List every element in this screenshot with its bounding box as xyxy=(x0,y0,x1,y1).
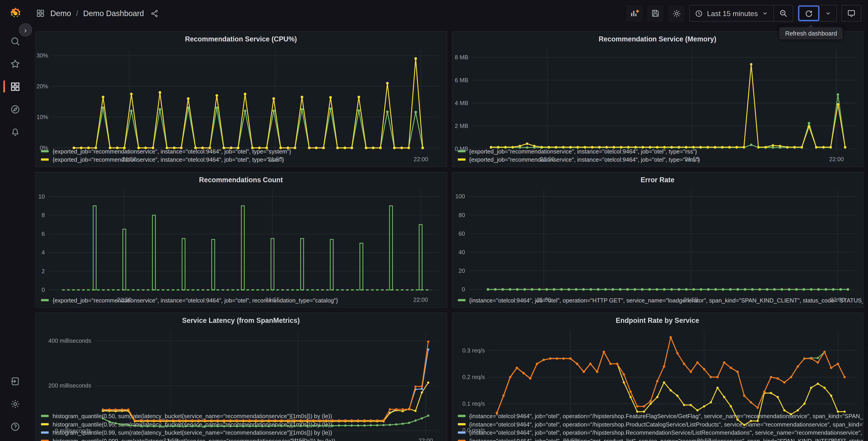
panel-title[interactable]: Error Rate xyxy=(452,173,863,187)
svg-text:0 milliseconds: 0 milliseconds xyxy=(55,428,91,434)
help-icon xyxy=(10,421,20,432)
breadcrumb-section[interactable]: Demo xyxy=(51,9,71,18)
svg-text:6: 6 xyxy=(42,231,45,237)
svg-text:8 MB: 8 MB xyxy=(455,54,468,60)
compass-icon xyxy=(10,104,20,114)
sidebar-item-dashboards[interactable] xyxy=(0,80,31,93)
svg-text:21:50: 21:50 xyxy=(540,156,554,162)
svg-text:22:00: 22:00 xyxy=(413,297,428,303)
refresh-interval-dropdown[interactable] xyxy=(819,5,837,21)
share-icon[interactable] xyxy=(151,9,159,18)
svg-text:10%: 10% xyxy=(36,114,48,120)
svg-text:400 milliseconds: 400 milliseconds xyxy=(49,337,91,344)
svg-text:0.0 req/s: 0.0 req/s xyxy=(462,427,485,433)
time-range-group: Last 15 minutes xyxy=(689,5,793,22)
grafana-logo[interactable] xyxy=(0,6,31,20)
chart-canvas[interactable]: 02040608010021:5021:5522:00 xyxy=(452,186,863,296)
svg-text:21:50: 21:50 xyxy=(122,156,136,162)
panel-service-latency: Service Latency (from SpanMetrics) 0 mil… xyxy=(35,313,447,441)
sidebar-item-starred[interactable] xyxy=(0,57,31,70)
dashboards-icon xyxy=(10,81,20,91)
kiosk-mode-button[interactable] xyxy=(842,5,861,21)
breadcrumb-page[interactable]: Demo Dashboard xyxy=(83,9,144,18)
sidebar xyxy=(0,27,31,441)
expand-sidebar-button[interactable]: › xyxy=(19,23,32,37)
svg-text:10: 10 xyxy=(38,193,45,200)
svg-text:22:00: 22:00 xyxy=(831,437,845,441)
svg-text:21:50: 21:50 xyxy=(117,297,131,303)
svg-text:21:55: 21:55 xyxy=(683,297,698,303)
svg-text:0%: 0% xyxy=(40,145,48,151)
panel-title[interactable]: Service Latency (from SpanMetrics) xyxy=(35,314,446,327)
svg-text:21:50: 21:50 xyxy=(563,437,577,441)
chevron-down-icon xyxy=(762,10,768,17)
refresh-dashboard-button[interactable] xyxy=(798,5,819,21)
svg-text:21:55: 21:55 xyxy=(684,156,699,162)
sign-in-icon xyxy=(10,376,20,386)
svg-text:2 MB: 2 MB xyxy=(455,123,468,129)
svg-text:21:55: 21:55 xyxy=(265,297,280,303)
dashboard-grid: Recommendation Service (CPU%) 0%10%20%30… xyxy=(31,27,868,441)
panel-title[interactable]: Recommendation Service (CPU%) xyxy=(35,33,446,46)
chart-canvas[interactable]: 0 MB2 MB4 MB6 MB8 MB21:5021:5522:00 xyxy=(452,46,863,147)
svg-text:2: 2 xyxy=(42,268,45,274)
sidebar-item-alerting[interactable] xyxy=(0,125,31,139)
svg-text:200 milliseconds: 200 milliseconds xyxy=(49,382,91,389)
panel-endpoint-rate: Endpoint Rate by Service 0.0 req/s0.1 re… xyxy=(452,313,864,441)
svg-text:0.3 req/s: 0.3 req/s xyxy=(462,347,485,354)
chart-canvas[interactable]: 0%10%20%30%21:5021:5522:00 xyxy=(35,46,446,147)
svg-text:0.2 req/s: 0.2 req/s xyxy=(462,374,485,380)
svg-text:22:00: 22:00 xyxy=(414,156,428,162)
sidebar-item-explore[interactable] xyxy=(0,102,31,116)
svg-text:0.1 req/s: 0.1 req/s xyxy=(462,401,485,407)
clock-icon xyxy=(695,9,703,18)
search-icon xyxy=(10,36,20,46)
svg-text:6 MB: 6 MB xyxy=(455,77,468,83)
zoom-out-time-button[interactable] xyxy=(773,5,793,21)
time-range-picker[interactable]: Last 15 minutes xyxy=(690,5,773,21)
kiosk-group xyxy=(841,5,862,22)
svg-text:20%: 20% xyxy=(36,83,48,89)
bell-icon xyxy=(10,126,20,137)
save-dashboard-button[interactable] xyxy=(647,5,664,22)
active-indicator xyxy=(3,80,5,93)
sidebar-item-server-admin[interactable] xyxy=(0,397,31,410)
chart-canvas[interactable]: 0.0 req/s0.1 req/s0.2 req/s0.3 req/s21:5… xyxy=(452,327,863,412)
gear-icon xyxy=(10,399,20,409)
refresh-tooltip: Refresh dashboard xyxy=(780,27,843,39)
svg-text:22:00: 22:00 xyxy=(418,437,433,441)
refresh-group xyxy=(798,5,837,22)
add-panel-button[interactable] xyxy=(626,5,643,22)
svg-text:0: 0 xyxy=(461,286,465,293)
svg-text:20: 20 xyxy=(458,268,465,274)
svg-text:0 MB: 0 MB xyxy=(455,146,468,152)
svg-text:22:00: 22:00 xyxy=(829,156,843,162)
svg-text:100: 100 xyxy=(455,193,465,200)
apps-icon xyxy=(36,9,45,18)
time-range-label: Last 15 minutes xyxy=(707,9,758,18)
svg-text:60: 60 xyxy=(458,231,465,237)
svg-text:21:50: 21:50 xyxy=(536,297,551,303)
panel-recommendation-cpu: Recommendation Service (CPU%) 0%10%20%30… xyxy=(35,31,447,167)
sidebar-item-sign-in[interactable] xyxy=(0,375,31,388)
svg-text:0: 0 xyxy=(42,287,45,293)
svg-text:40: 40 xyxy=(458,249,465,255)
sidebar-item-help[interactable] xyxy=(0,420,31,433)
chevron-right-icon: › xyxy=(24,26,27,34)
chart-canvas[interactable]: 0 milliseconds200 milliseconds400 millis… xyxy=(35,327,446,412)
svg-text:21:55: 21:55 xyxy=(268,156,282,162)
panel-recommendations-count: Recommendations Count 024681021:5021:552… xyxy=(35,172,447,308)
breadcrumb-separator: / xyxy=(76,9,78,18)
svg-text:4: 4 xyxy=(42,249,45,256)
svg-text:21:55: 21:55 xyxy=(696,437,711,441)
chart-canvas[interactable]: 024681021:5021:5522:00 xyxy=(35,186,446,296)
panel-title[interactable]: Recommendations Count xyxy=(35,173,446,187)
panel-title[interactable]: Endpoint Rate by Service xyxy=(452,314,863,327)
grafana-app: Demo / Demo Dashboard xyxy=(0,0,868,441)
svg-text:30%: 30% xyxy=(36,52,48,59)
svg-text:4 MB: 4 MB xyxy=(455,100,468,106)
svg-text:80: 80 xyxy=(458,212,465,218)
panel-error-rate: Error Rate 02040608010021:5021:5522:00 {… xyxy=(452,172,864,308)
svg-text:22:00: 22:00 xyxy=(830,297,844,303)
dashboard-settings-button[interactable] xyxy=(668,5,685,22)
